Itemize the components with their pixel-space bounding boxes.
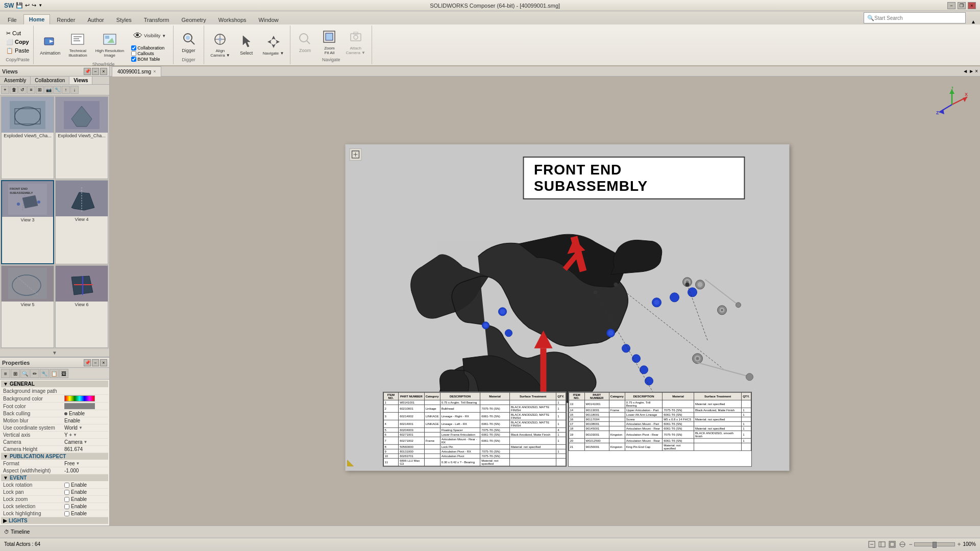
status-icon-3[interactable]: [888, 540, 896, 548]
canvas-viewport[interactable]: FRONT END SUBASSEMBLY: [110, 77, 980, 525]
bom-table-checkbox[interactable]: [131, 57, 136, 62]
properties-minimize-btn[interactable]: −: [92, 359, 99, 366]
status-icon-4[interactable]: [898, 540, 906, 548]
select-button[interactable]: Select: [235, 29, 258, 60]
properties-close-btn[interactable]: ×: [100, 359, 107, 366]
align-camera-button[interactable]: AlignCamera ▼: [207, 29, 233, 60]
cut-button[interactable]: ✂ Cut: [5, 30, 30, 37]
tab-geometry[interactable]: Geometry: [176, 15, 211, 24]
bom-table-checkbox-label[interactable]: BOM Table: [131, 57, 170, 62]
tab-file[interactable]: File: [2, 15, 22, 24]
prop-background-color-value[interactable]: [64, 395, 106, 402]
ribbon-expand-btn[interactable]: ▲: [971, 19, 976, 24]
zoom-slider[interactable]: [914, 542, 955, 546]
view-item-1[interactable]: Exploded View5_Cha...: [1, 96, 54, 179]
views-pin-btn[interactable]: 📌: [84, 68, 91, 75]
lock-selection-checkbox[interactable]: [64, 504, 69, 509]
view-item-6[interactable]: View 6: [55, 265, 108, 348]
prop-lock-zoom-value[interactable]: Enable: [64, 496, 106, 502]
prop-tool-7[interactable]: 🖼: [59, 369, 68, 378]
zoom-fit-all-button[interactable]: ZoomFit All: [318, 27, 340, 57]
prop-tool-4[interactable]: ✏: [30, 369, 39, 378]
search-input[interactable]: [874, 15, 946, 21]
timeline-button[interactable]: ⏱ Timeline: [4, 529, 30, 535]
minimize-button[interactable]: −: [947, 2, 955, 9]
properties-pin-btn[interactable]: 📌: [84, 359, 91, 366]
view-item-4[interactable]: View 4: [55, 180, 108, 264]
technical-illustration-button[interactable]: TechnicalIllustration: [65, 29, 90, 60]
publication-section-header[interactable]: ▼ PUBLICATION ASPECT: [1, 453, 108, 460]
lights-section-header[interactable]: ▶ LIGHTS: [1, 517, 108, 524]
views-scroll-more[interactable]: ▼: [0, 349, 109, 357]
digger-button[interactable]: Digger: [178, 27, 200, 57]
canvas-home-btn[interactable]: [349, 148, 361, 161]
zoom-button[interactable]: Zoom: [293, 27, 316, 57]
zoom-out-btn[interactable]: −: [909, 541, 912, 548]
prop-vertical-axis-value[interactable]: Y + ▼: [64, 432, 106, 438]
canvas-tab-right-icon[interactable]: ►: [969, 68, 974, 74]
event-section-header[interactable]: ▼ EVENT: [1, 474, 108, 481]
lock-pan-checkbox[interactable]: [64, 490, 69, 495]
collaboration-checkbox[interactable]: [131, 45, 136, 51]
canvas-tab-main[interactable]: 40099001.smg ×: [112, 66, 161, 77]
search-bar[interactable]: 🔍: [864, 12, 966, 23]
prop-lock-pan-value[interactable]: Enable: [64, 489, 106, 495]
copy-button[interactable]: ⬜ Copy: [5, 38, 30, 46]
views-up-btn[interactable]: ↑: [62, 86, 70, 94]
titlebar-controls[interactable]: − ❐ ×: [947, 2, 976, 9]
views-update-btn[interactable]: ↺: [18, 86, 27, 94]
callouts-checkbox[interactable]: [131, 51, 136, 56]
tab-styles[interactable]: Styles: [111, 15, 137, 24]
prop-lock-rotation-value[interactable]: Enable: [64, 482, 106, 488]
attach-camera-button[interactable]: AttachCamera ▼: [342, 27, 369, 57]
lock-highlighting-checkbox[interactable]: [64, 511, 69, 516]
views-minimize-btn[interactable]: −: [92, 68, 99, 75]
views-camera-btn[interactable]: 📷: [44, 86, 53, 94]
canvas-tab-close-icon[interactable]: ×: [153, 69, 156, 74]
high-resolution-image-button[interactable]: High ResolutionImage: [92, 29, 127, 60]
quick-access-more[interactable]: ▼: [38, 3, 42, 8]
views-down-btn[interactable]: ↓: [70, 86, 79, 94]
visibility-button[interactable]: 👁 Visibility ▼: [129, 27, 170, 45]
prop-lock-highlighting-value[interactable]: Enable: [64, 511, 106, 516]
quick-access-redo[interactable]: ↪: [32, 2, 36, 9]
prop-tool-1[interactable]: ≡: [1, 369, 10, 378]
prop-coordinate-system-value[interactable]: World ▼: [64, 425, 106, 431]
canvas-close-all-icon[interactable]: ×: [975, 68, 978, 74]
tab-transform[interactable]: Transform: [138, 15, 175, 24]
tab-window[interactable]: Window: [253, 15, 284, 24]
quick-access-undo[interactable]: ↩: [25, 2, 30, 9]
tab-workshops[interactable]: Workshops: [213, 15, 252, 24]
prop-tool-5[interactable]: 🔧: [40, 369, 49, 378]
views-props-btn[interactable]: 🔧: [53, 86, 61, 94]
prop-foot-color-value[interactable]: [64, 403, 106, 409]
zoom-in-btn[interactable]: +: [957, 541, 961, 548]
views-new-btn[interactable]: +: [1, 86, 9, 94]
props-scroll-more[interactable]: ▼: [1, 524, 108, 525]
views-tab-views[interactable]: Views: [69, 77, 92, 84]
quick-access-save[interactable]: 💾: [16, 2, 23, 9]
paste-button[interactable]: 📋 Paste: [5, 47, 30, 55]
status-icon-2[interactable]: [878, 540, 886, 548]
views-tab-collaboration[interactable]: Collaboration: [31, 77, 69, 84]
view-item-2[interactable]: Exploded View5_Cha...: [55, 96, 108, 179]
tab-author[interactable]: Author: [82, 15, 109, 24]
properties-panel-controls[interactable]: 📌 − ×: [84, 359, 107, 366]
views-delete-btn[interactable]: 🗑: [10, 86, 18, 94]
tab-home[interactable]: Home: [23, 14, 51, 24]
navigate-button[interactable]: Navigate ▼: [260, 29, 287, 60]
views-expand-btn[interactable]: ⊞: [36, 86, 44, 94]
views-close-btn[interactable]: ×: [100, 68, 107, 75]
prop-lock-selection-value[interactable]: Enable: [64, 504, 106, 509]
callouts-checkbox-label[interactable]: Callouts: [131, 51, 170, 56]
close-button[interactable]: ×: [968, 2, 976, 9]
general-section-header[interactable]: ▼ GENERAL: [1, 381, 108, 387]
lock-zoom-checkbox[interactable]: [64, 497, 69, 502]
prop-tool-6[interactable]: 📋: [50, 369, 59, 378]
collaboration-checkbox-label[interactable]: Collaboration: [131, 45, 170, 51]
views-filter-btn[interactable]: ≡: [27, 86, 35, 94]
status-icon-1[interactable]: [868, 540, 876, 548]
prop-format-value[interactable]: Free ▼: [64, 461, 106, 466]
tab-render[interactable]: Render: [51, 15, 81, 24]
maximize-button[interactable]: ❐: [958, 2, 966, 9]
